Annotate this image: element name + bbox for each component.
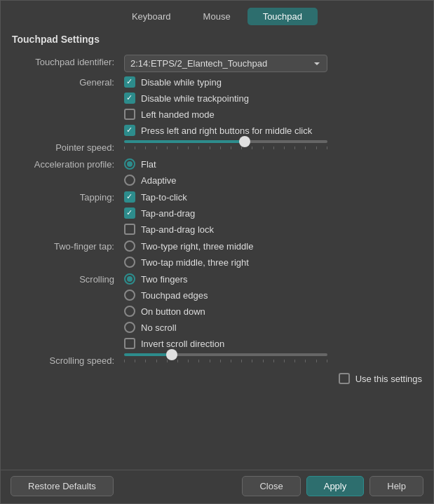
tapping-label: Tapping: bbox=[12, 190, 124, 203]
use-settings-label[interactable]: Use this settings bbox=[355, 374, 422, 384]
general-checkbox-2[interactable] bbox=[124, 109, 135, 120]
tft-option-label-0[interactable]: Two-type right, three middle bbox=[141, 241, 253, 252]
tick bbox=[273, 360, 274, 362]
scroll-option-label-3[interactable]: No scroll bbox=[141, 322, 177, 333]
tab-mouse[interactable]: Mouse bbox=[188, 8, 246, 25]
tick bbox=[241, 147, 242, 149]
accel-radio-1[interactable] bbox=[124, 175, 135, 186]
tick bbox=[124, 360, 125, 362]
touchpad-identifier-row: Touchpad identifier: 2:14:ETPS/2_Elantec… bbox=[12, 53, 422, 74]
button-bar: Restore Defaults Close Apply Help bbox=[1, 470, 433, 503]
accel-option-label-0[interactable]: Flat bbox=[141, 159, 156, 170]
touchpad-identifier-select[interactable]: 2:14:ETPS/2_Elantech_Touchpad bbox=[124, 55, 327, 72]
tick bbox=[167, 147, 168, 149]
tick bbox=[124, 147, 125, 149]
general-checkbox-1[interactable] bbox=[124, 93, 135, 104]
tapping-option-label-2[interactable]: Tap-and-drag lock bbox=[141, 224, 214, 235]
scroll-option-label-0[interactable]: Two fingers bbox=[141, 274, 187, 285]
scroll-radio-3[interactable] bbox=[124, 322, 135, 333]
general-row: General: Disable while typing Disable wh… bbox=[12, 74, 422, 139]
scroll-option-4: Invert scroll direction bbox=[124, 336, 422, 350]
accel-option-label-1[interactable]: Adaptive bbox=[141, 175, 177, 186]
touchpad-identifier-label: Touchpad identifier: bbox=[12, 55, 124, 67]
acceleration-profile-label: Acceleration profile: bbox=[12, 157, 124, 170]
acceleration-profile-row: Acceleration profile: Flat Adaptive bbox=[12, 156, 422, 189]
touchpad-identifier-content: 2:14:ETPS/2_Elantech_Touchpad bbox=[124, 55, 422, 72]
pointer-speed-label: Pointer speed: bbox=[12, 140, 124, 153]
tapping-option-0: Tap-to-click bbox=[124, 190, 422, 204]
scrolling-content: Two fingers Touchpad edges On button dow… bbox=[124, 272, 422, 350]
tick bbox=[241, 360, 242, 362]
tft-option-1: Two-tap middle, three right bbox=[124, 255, 422, 269]
section-title: Touchpad Settings bbox=[12, 34, 422, 45]
scroll-checkbox-4[interactable] bbox=[124, 338, 135, 349]
apply-button[interactable]: Apply bbox=[306, 476, 365, 496]
scroll-radio-1[interactable] bbox=[124, 290, 135, 301]
scroll-option-3: No scroll bbox=[124, 320, 422, 334]
tft-option-0: Two-type right, three middle bbox=[124, 239, 422, 253]
general-option-label-3[interactable]: Press left and right buttons for middle … bbox=[141, 125, 312, 136]
scrolling-row: Scrolling Two fingers Touchpad edges On … bbox=[12, 271, 422, 352]
tapping-content: Tap-to-click Tap-and-drag Tap-and-drag l… bbox=[124, 190, 422, 236]
tick bbox=[294, 147, 295, 149]
tick bbox=[188, 147, 189, 149]
tick bbox=[284, 147, 285, 149]
tapping-option-label-0[interactable]: Tap-to-click bbox=[141, 192, 187, 203]
general-option-label-2[interactable]: Left handed mode bbox=[141, 109, 215, 120]
tapping-checkbox-2[interactable] bbox=[124, 224, 135, 235]
tick bbox=[231, 360, 231, 362]
tick bbox=[294, 360, 295, 362]
tick bbox=[135, 360, 135, 362]
two-finger-tap-row: Two-finger tap: Two-type right, three mi… bbox=[12, 238, 422, 271]
tick bbox=[220, 147, 221, 149]
two-finger-tap-label: Two-finger tap: bbox=[12, 239, 124, 252]
tick bbox=[145, 147, 146, 149]
tick bbox=[273, 147, 274, 149]
scroll-option-label-2[interactable]: On button down bbox=[141, 306, 205, 317]
window: Keyboard Mouse Touchpad Touchpad Setting… bbox=[0, 0, 434, 504]
use-settings-container: Use this settings bbox=[339, 373, 422, 384]
tapping-option-label-1[interactable]: Tap-and-drag bbox=[141, 208, 195, 219]
tft-option-label-1[interactable]: Two-tap middle, three right bbox=[141, 257, 249, 268]
tft-radio-0[interactable] bbox=[124, 240, 135, 252]
use-settings-checkbox[interactable] bbox=[339, 373, 350, 384]
tick bbox=[284, 360, 285, 362]
scroll-radio-0[interactable] bbox=[124, 273, 135, 285]
general-option-label-1[interactable]: Disable while trackpointing bbox=[141, 93, 249, 104]
tab-keyboard[interactable]: Keyboard bbox=[116, 8, 187, 25]
help-button[interactable]: Help bbox=[369, 476, 423, 496]
scroll-option-2: On button down bbox=[124, 304, 422, 318]
tick bbox=[198, 360, 199, 362]
scroll-option-label-1[interactable]: Touchpad edges bbox=[141, 290, 208, 301]
scrolling-speed-slider[interactable] bbox=[124, 353, 327, 356]
tab-touchpad[interactable]: Touchpad bbox=[247, 8, 318, 25]
tick bbox=[327, 360, 327, 362]
tft-radio-1[interactable] bbox=[124, 257, 135, 268]
acceleration-profile-content: Flat Adaptive bbox=[124, 157, 422, 187]
pointer-speed-slider[interactable] bbox=[124, 140, 327, 143]
scroll-option-label-4[interactable]: Invert scroll direction bbox=[141, 339, 224, 349]
general-checkbox-0[interactable] bbox=[124, 76, 135, 88]
general-option-label-0[interactable]: Disable while typing bbox=[141, 77, 222, 88]
tick bbox=[252, 147, 252, 149]
tick bbox=[198, 147, 199, 149]
tick bbox=[188, 360, 189, 362]
tapping-checkbox-1[interactable] bbox=[124, 207, 135, 219]
scroll-option-0: Two fingers bbox=[124, 272, 422, 286]
scroll-radio-2[interactable] bbox=[124, 306, 135, 317]
restore-defaults-button[interactable]: Restore Defaults bbox=[11, 476, 114, 496]
general-checkbox-3[interactable] bbox=[124, 125, 135, 136]
tick bbox=[177, 147, 178, 149]
scrolling-speed-row: Scrolling speed: bbox=[12, 352, 422, 369]
tick bbox=[305, 360, 306, 362]
tick bbox=[263, 360, 264, 362]
general-option-0: Disable while typing bbox=[124, 75, 422, 89]
tapping-option-1: Tap-and-drag bbox=[124, 206, 422, 220]
accel-radio-0[interactable] bbox=[124, 158, 135, 170]
tick bbox=[305, 147, 306, 149]
tick bbox=[167, 360, 168, 362]
content-area: Touchpad Settings Touchpad identifier: 2… bbox=[1, 25, 433, 470]
tapping-checkbox-0[interactable] bbox=[124, 191, 135, 203]
tick bbox=[177, 360, 178, 362]
close-button[interactable]: Close bbox=[242, 476, 300, 496]
